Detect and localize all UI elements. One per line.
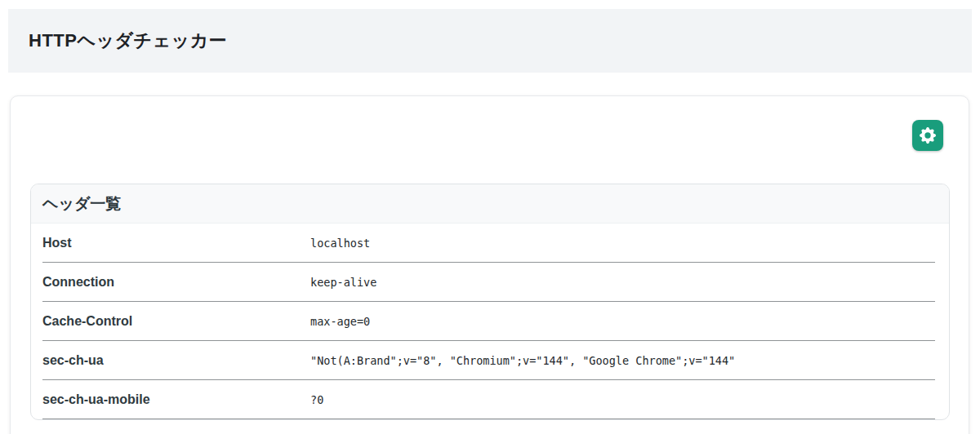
main-card: ヘッダ一覧 Host localhost Connection keep-ali… [10,95,969,434]
gear-icon [920,127,936,144]
header-value: max-age=0 [310,315,370,328]
settings-button[interactable] [912,120,943,151]
header-name: Connection [42,275,310,290]
page-title: HTTPヘッダチェッカー [29,29,227,53]
headers-card: ヘッダ一覧 Host localhost Connection keep-ali… [30,184,950,420]
headers-table: Host localhost Connection keep-alive Cac… [31,224,949,419]
table-row-sec-ch-ua: sec-ch-ua "Not(A:Brand";v="8", "Chromium… [42,341,935,380]
page: HTTPヘッダチェッカー ヘッダ一覧 Host localhost Connec… [0,9,980,434]
table-row-host: Host localhost [42,224,935,263]
header-value: localhost [310,237,370,250]
header-name: sec-ch-ua [42,353,310,368]
header-name: sec-ch-ua-mobile [42,392,310,407]
headers-card-title: ヘッダ一覧 [42,193,121,215]
app-header: HTTPヘッダチェッカー [8,9,972,73]
header-value: ?0 [310,393,323,406]
header-name: Cache-Control [42,314,310,329]
header-value: keep-alive [310,276,376,289]
header-value: "Not(A:Brand";v="8", "Chromium";v="144",… [310,354,735,367]
headers-card-header: ヘッダ一覧 [31,184,949,224]
table-row-sec-ch-ua-mobile: sec-ch-ua-mobile ?0 [42,380,935,419]
table-row-connection: Connection keep-alive [42,263,935,302]
table-row-cache-control: Cache-Control max-age=0 [42,302,935,341]
header-name: Host [42,236,310,250]
